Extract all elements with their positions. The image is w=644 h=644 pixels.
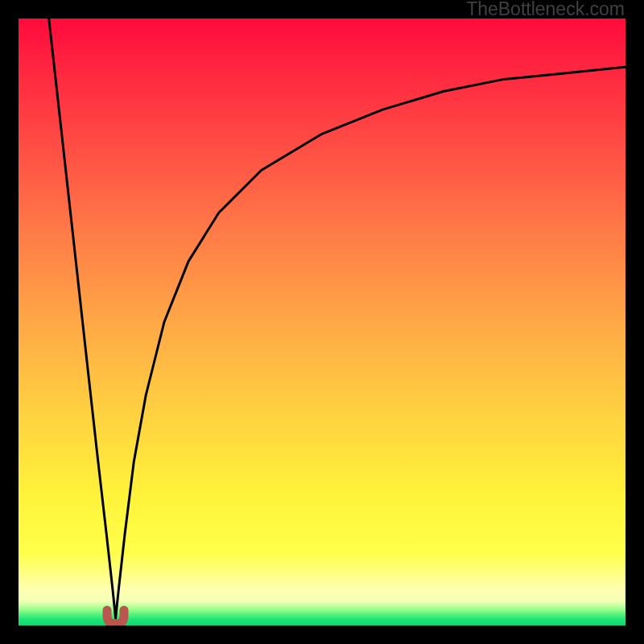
bottleneck-curve	[49, 19, 625, 618]
plot-area	[19, 19, 625, 625]
watermark-text: TheBottleneck.com	[466, 0, 625, 19]
chart-frame: TheBottleneck.com	[0, 0, 644, 644]
curve-layer	[19, 19, 625, 625]
